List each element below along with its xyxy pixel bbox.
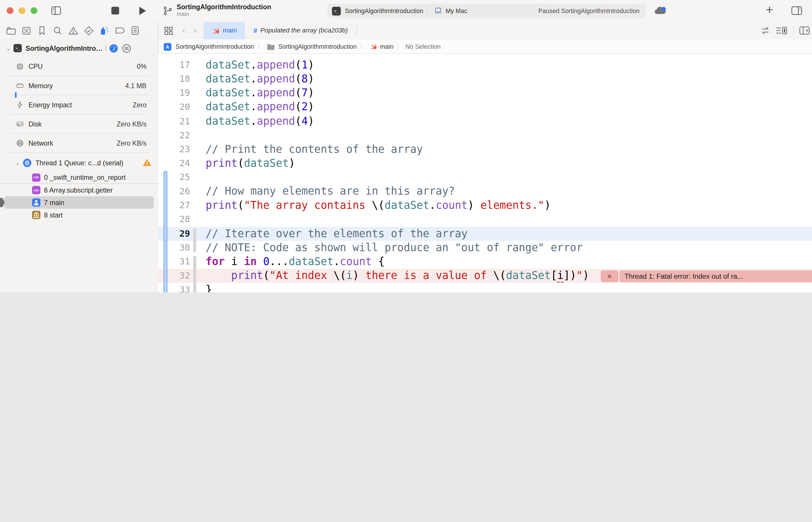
zoom-window-button[interactable] <box>31 7 37 14</box>
thread-row[interactable]: ⌄ Thread 1 Queue: c...d (serial) <box>0 154 158 172</box>
jumpbar-crumb-2[interactable]: main <box>380 43 393 50</box>
code-line-33[interactable]: 33} <box>158 283 812 292</box>
frame-code-icon: </> <box>32 173 44 182</box>
swap-editor-icon[interactable] <box>760 26 771 35</box>
issues-navigator-icon[interactable] <box>65 22 81 39</box>
metric-label: Memory <box>28 81 53 89</box>
code-line-22[interactable]: 22 <box>158 128 812 142</box>
stack-frame-6[interactable]: </>6 Array.subscript.getter <box>0 184 158 196</box>
code-line-31[interactable]: 31for i in 0...dataSet.count { <box>158 255 812 268</box>
tab-populated-the-array[interactable]: # Populated the array (bca203b) <box>245 27 356 35</box>
stack-frame-7[interactable]: 7 main <box>0 196 158 209</box>
forward-chevron-icon[interactable]: › <box>189 25 201 36</box>
change-bar[interactable] <box>193 228 196 252</box>
code-text: print("At index \(i) there is a value of… <box>190 269 589 283</box>
line-number[interactable]: 27 <box>158 198 190 212</box>
editor-options-icon[interactable] <box>776 26 788 35</box>
bookmarks-navigator-icon[interactable] <box>34 22 50 39</box>
line-number[interactable]: 23 <box>158 142 190 156</box>
jumpbar-crumb-1[interactable]: SortingAlgorithmIntroduction <box>278 43 357 50</box>
line-number[interactable]: 30 <box>158 241 190 255</box>
tests-navigator-icon[interactable] <box>81 22 97 39</box>
line-number[interactable]: 21 <box>158 114 190 128</box>
line-number[interactable]: 28 <box>158 213 190 226</box>
metric-value: 4.1 MB <box>125 81 147 89</box>
breakpoints-navigator-icon[interactable] <box>112 22 128 39</box>
project-navigator-icon[interactable] <box>3 22 19 39</box>
code-text: dataSet.append(2) <box>190 100 314 114</box>
metric-row-memory[interactable]: Memory4.1 MB <box>0 76 158 95</box>
tab-main[interactable]: main <box>204 22 245 39</box>
scheme-selector[interactable]: >_ SortingAlgorithmIntroduction 〉 My Mac… <box>327 3 646 18</box>
disclosure-chevron-icon[interactable]: ⌄ <box>16 160 20 166</box>
related-items-icon[interactable] <box>164 26 173 35</box>
close-window-button[interactable] <box>7 7 13 14</box>
memory-rings-icon[interactable] <box>122 44 131 53</box>
line-number[interactable]: 32 <box>158 269 190 283</box>
warning-icon <box>143 159 151 166</box>
line-number[interactable]: 17 <box>158 58 190 72</box>
metric-row-energy-impact[interactable]: Energy ImpactZero <box>0 95 158 114</box>
code-line-17[interactable]: 17dataSet.append(1) <box>158 58 812 72</box>
code-line-20[interactable]: 20dataSet.append(2) <box>158 100 812 114</box>
toggle-left-sidebar-icon[interactable] <box>51 5 62 16</box>
cloud-status-icon[interactable] <box>654 6 667 16</box>
performance-gauge-icon[interactable] <box>109 44 118 53</box>
metric-row-network[interactable]: NetworkZero KB/s <box>0 134 158 152</box>
line-number[interactable]: 29 <box>158 226 190 240</box>
toolbar: SortingAlgorithmIntroduction main >_ Sor… <box>0 0 812 22</box>
add-editor-icon[interactable] <box>799 26 810 35</box>
line-number[interactable]: 33 <box>158 283 190 292</box>
code-line-21[interactable]: 21dataSet.append(4) <box>158 114 812 128</box>
line-number[interactable]: 18 <box>158 72 190 86</box>
code-line-18[interactable]: 18dataSet.append(8) <box>158 72 812 86</box>
code-line-27[interactable]: 27print("The array contains \(dataSet.co… <box>158 198 812 212</box>
code-line-29[interactable]: 29// Iterate over the elements of the ar… <box>158 226 812 240</box>
metric-value: Zero KB/s <box>117 120 146 127</box>
source-control-navigator-icon[interactable] <box>19 22 34 39</box>
find-navigator-icon[interactable] <box>49 22 65 39</box>
metric-row-cpu[interactable]: CPU0% <box>0 57 158 75</box>
debug-navigator-icon[interactable] <box>96 22 112 39</box>
jump-bar[interactable]: A SortingAlgorithmIntroduction〉SortingAl… <box>158 39 812 54</box>
code-text: // Iterate over the elements of the arra… <box>190 226 467 240</box>
scheme-terminal-icon: >_ <box>332 6 341 15</box>
code-line-30[interactable]: 30// NOTE: Code as shown will produce an… <box>158 241 812 255</box>
metric-value: 0% <box>137 62 147 70</box>
error-annotation[interactable]: ≡ Thread 1: Fatal error: Index out of ra… <box>601 270 812 282</box>
add-tab-button[interactable]: + <box>766 3 773 17</box>
code-text: // NOTE: Code as shown will produce an "… <box>190 241 583 255</box>
metric-row-disk[interactable]: DiskZero KB/s <box>0 115 158 133</box>
line-number[interactable]: 22 <box>158 128 190 142</box>
back-chevron-icon[interactable]: ‹ <box>178 25 189 36</box>
jumpbar-crumb-0[interactable]: SortingAlgorithmIntroduction <box>176 43 254 50</box>
stack-frame-0[interactable]: </>0 _swift_runtime_on_report <box>0 172 158 184</box>
stack-frame-8[interactable]: 8 start <box>0 209 158 221</box>
line-number[interactable]: 24 <box>158 156 190 170</box>
disclosure-chevron-icon[interactable]: ⌄ <box>6 45 11 51</box>
code-line-25[interactable]: 25 <box>158 170 812 184</box>
reports-navigator-icon[interactable] <box>127 22 143 39</box>
source-editor[interactable]: 17dataSet.append(1)18dataSet.append(8)19… <box>158 54 812 292</box>
line-number[interactable]: 31 <box>158 255 190 268</box>
jumpbar-crumb-3[interactable]: No Selection <box>405 43 441 50</box>
code-line-23[interactable]: 23// Print the contents of the array <box>158 142 812 156</box>
change-scope-bar[interactable] <box>163 171 167 292</box>
scheme-status-label: Paused SortingAlgorithmIntroduction <box>538 7 640 15</box>
minimize-window-button[interactable] <box>19 7 25 14</box>
thread-label: Thread 1 Queue: c...d (serial) <box>35 159 123 166</box>
line-number[interactable]: 25 <box>158 170 190 184</box>
error-grip-icon[interactable]: ≡ <box>601 270 618 282</box>
toggle-right-sidebar-icon[interactable] <box>791 5 803 16</box>
line-number[interactable]: 19 <box>158 86 190 100</box>
code-line-26[interactable]: 26// How many elements are in this array… <box>158 184 812 198</box>
line-number[interactable]: 26 <box>158 184 190 198</box>
error-message: Thread 1: Fatal error: Index out of ra..… <box>620 270 812 282</box>
stop-button[interactable] <box>111 7 119 15</box>
code-line-24[interactable]: 24print(dataSet) <box>158 156 812 170</box>
run-button[interactable] <box>138 6 147 16</box>
line-number[interactable]: 20 <box>158 100 190 114</box>
code-line-28[interactable]: 28 <box>158 213 812 226</box>
code-line-19[interactable]: 19dataSet.append(7) <box>158 86 812 100</box>
change-bar[interactable] <box>193 256 196 292</box>
